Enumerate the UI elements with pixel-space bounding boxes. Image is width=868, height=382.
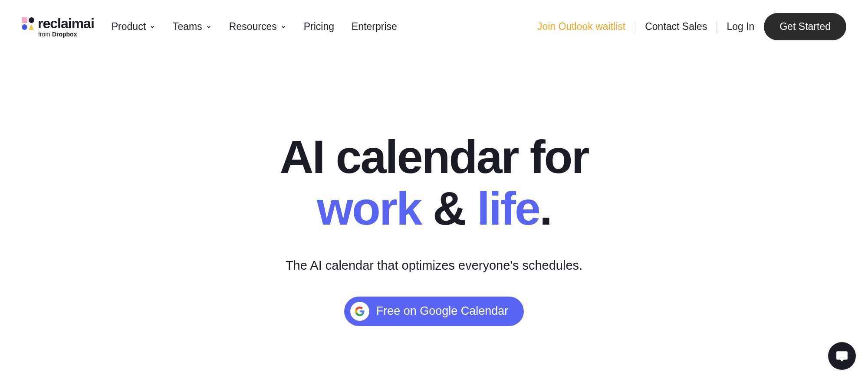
hero-subtitle: The AI calendar that optimizes everyone'… — [0, 258, 868, 273]
google-calendar-cta-button[interactable]: Free on Google Calendar — [344, 297, 524, 326]
chevron-down-icon — [280, 24, 286, 30]
outlook-waitlist-link[interactable]: Join Outlook waitlist — [537, 21, 625, 33]
nav-label: Pricing — [304, 21, 334, 33]
chevron-down-icon — [206, 24, 212, 30]
chat-icon — [835, 349, 848, 362]
hero-section: AI calendar for work & life. The AI cale… — [0, 131, 868, 326]
nav-product[interactable]: Product — [112, 21, 155, 33]
nav-right: Join Outlook waitlist Contact Sales Log … — [537, 13, 846, 40]
nav-label: Enterprise — [352, 21, 397, 33]
nav-label: Teams — [173, 21, 202, 33]
get-started-button[interactable]: Get Started — [764, 13, 846, 40]
divider — [635, 21, 635, 33]
nav-pricing[interactable]: Pricing — [304, 21, 334, 33]
chat-widget-button[interactable] — [828, 342, 856, 370]
logo-subtext: from Dropbox — [38, 31, 77, 38]
nav-resources[interactable]: Resources — [229, 21, 286, 33]
logo-text: reclaimai — [38, 16, 94, 32]
hero-title-line1: AI calendar for — [279, 131, 588, 183]
logo-icon — [22, 17, 34, 30]
nav-label: Resources — [229, 21, 277, 33]
divider — [717, 21, 717, 33]
header: reclaimai from Dropbox Product Teams Res… — [0, 0, 868, 53]
nav-left: Product Teams Resources Pricing Enterpri… — [112, 21, 397, 33]
login-link[interactable]: Log In — [727, 21, 754, 33]
nav-enterprise[interactable]: Enterprise — [352, 21, 397, 33]
hero-title: AI calendar for work & life. — [0, 131, 868, 235]
nav-label: Product — [112, 21, 146, 33]
logo[interactable]: reclaimai from Dropbox — [22, 16, 94, 38]
nav-teams[interactable]: Teams — [173, 21, 212, 33]
chevron-down-icon — [149, 24, 155, 30]
hero-title-work: work — [317, 182, 421, 235]
hero-title-period: . — [539, 182, 551, 235]
hero-title-life: life — [477, 182, 539, 235]
cta-label: Free on Google Calendar — [376, 304, 509, 318]
hero-title-amp: & — [421, 182, 477, 235]
contact-sales-link[interactable]: Contact Sales — [645, 21, 707, 33]
google-icon — [350, 302, 369, 321]
